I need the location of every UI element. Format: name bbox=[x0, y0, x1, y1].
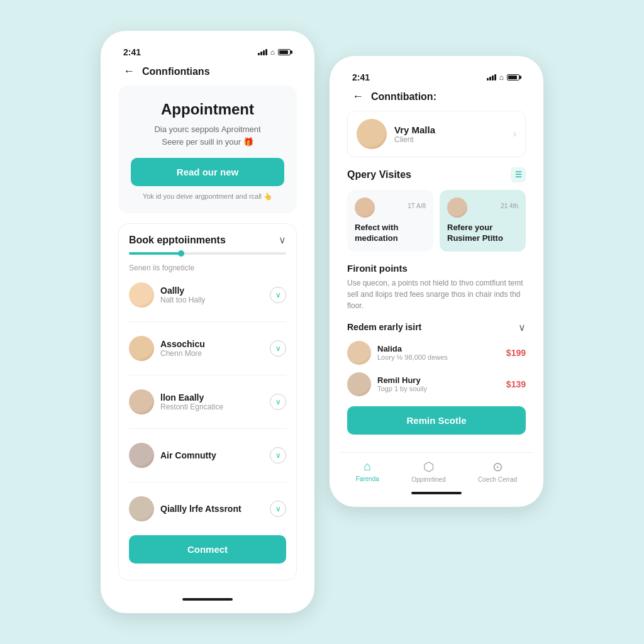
tab-coech-label: Coech Cerrad bbox=[478, 476, 517, 483]
redeem-title: Redem erarly isirt bbox=[347, 322, 421, 332]
progress-bar bbox=[129, 252, 286, 255]
reward-price: $139 bbox=[506, 379, 526, 389]
visit-date: 1T A/8 bbox=[408, 203, 426, 209]
tab-bar: ⌂ Farenda ⬡ Oppimrtined ⊙ Coech Cerrad bbox=[340, 452, 533, 487]
book-section: Book epptoiinments ∨ Senen iis fogneticl… bbox=[118, 223, 297, 580]
visit-label: Refect with medication bbox=[355, 223, 426, 244]
avatar bbox=[129, 282, 154, 308]
reward-price: $199 bbox=[506, 348, 526, 358]
person-list: Oallly Nalt too Hally ∨ Assochicu Chenn … bbox=[129, 279, 286, 525]
nav-title-left: Connfiontians bbox=[142, 66, 210, 77]
home-tab-icon: ⌂ bbox=[364, 459, 371, 474]
reward-avatar bbox=[347, 341, 371, 365]
left-phone: 2:41 ⌂ ← Connfiontians bbox=[101, 31, 314, 613]
visit-card-active[interactable]: 21 4th Refere your Rusimer Ptitto bbox=[440, 190, 526, 252]
list-item[interactable]: Air Comnutty ∨ bbox=[129, 439, 286, 472]
status-bar-left: 2:41 ⌂ bbox=[111, 41, 304, 61]
battery-icon-left bbox=[278, 49, 292, 55]
right-phone: 2:41 ⌂ ← Conntibation: bbox=[330, 56, 543, 507]
back-button-left[interactable]: ← bbox=[123, 65, 135, 78]
reward-item[interactable]: Remil Hury Togp 1 by souily $139 bbox=[347, 372, 526, 396]
home-indicator-right bbox=[411, 492, 462, 494]
visits-grid: 1T A/8 Refect with medication 21 4th Ref… bbox=[347, 190, 526, 252]
client-avatar bbox=[357, 119, 387, 149]
tab-farenda[interactable]: ⌂ Farenda bbox=[356, 459, 379, 482]
phones-container: 2:41 ⌂ ← Connfiontians bbox=[101, 31, 543, 613]
select-icon[interactable]: ∨ bbox=[270, 501, 286, 517]
back-button-right[interactable]: ← bbox=[352, 90, 364, 103]
nav-title-right: Conntibation: bbox=[371, 91, 436, 103]
redeem-button[interactable]: Remin Scotle bbox=[347, 406, 526, 435]
redeem-chevron-icon[interactable]: ∨ bbox=[518, 321, 526, 333]
avatar bbox=[129, 496, 154, 521]
list-item[interactable]: llon Eaally Restonti Egncatice ∨ bbox=[129, 386, 286, 418]
reward-item[interactable]: Nalida Loory ℅ 98,000 dewes $199 bbox=[347, 341, 526, 365]
connect-button[interactable]: Conmect bbox=[129, 535, 286, 564]
avatar bbox=[129, 336, 154, 361]
points-description: Use quecon, a points not hield to thvo c… bbox=[347, 277, 526, 311]
book-chevron-icon[interactable]: ∨ bbox=[279, 234, 286, 246]
wifi-icon-right: ⌂ bbox=[499, 73, 504, 82]
book-title: Book epptoiinments bbox=[129, 235, 226, 246]
select-icon[interactable]: ∨ bbox=[270, 287, 286, 303]
visit-avatar bbox=[355, 197, 375, 218]
list-item[interactable]: Assochicu Chenn More ∨ bbox=[129, 332, 286, 365]
status-bar-right: 2:41 ⌂ bbox=[340, 66, 533, 86]
visit-label: Refere your Rusimer Ptitto bbox=[447, 223, 518, 244]
reward-avatar bbox=[347, 372, 371, 396]
tab-oppimrtined[interactable]: ⬡ Oppimrtined bbox=[411, 459, 445, 483]
tab-coech-cerrad[interactable]: ⊙ Coech Cerrad bbox=[478, 459, 517, 483]
select-icon[interactable]: ∨ bbox=[270, 447, 286, 464]
client-card[interactable]: Vry Malla Client › bbox=[347, 111, 526, 157]
redeem-section: Redem erarly isirt ∨ Nalida Loory ℅ 98,0… bbox=[347, 321, 526, 435]
time-left: 2:41 bbox=[123, 47, 141, 57]
wifi-icon-left: ⌂ bbox=[270, 48, 275, 57]
read-new-button[interactable]: Read our new bbox=[131, 158, 284, 186]
avatar bbox=[129, 389, 154, 414]
appointment-note: Yok id you deive argpontment and rcall 👆 bbox=[131, 192, 284, 201]
package-tab-icon: ⬡ bbox=[423, 459, 434, 474]
list-item[interactable]: Qiallly lrfe Atssront ∨ bbox=[129, 492, 286, 525]
tab-oppimrtined-label: Oppimrtined bbox=[411, 476, 445, 483]
visit-date: 21 4th bbox=[501, 203, 518, 209]
appointment-title: Appointment bbox=[131, 101, 284, 118]
clock-tab-icon: ⊙ bbox=[492, 459, 503, 474]
section-label: Senen iis fogneticle bbox=[129, 264, 286, 272]
points-title: Fironit points bbox=[347, 263, 526, 274]
book-header: Book epptoiinments ∨ bbox=[129, 234, 286, 246]
signal-icon-right bbox=[487, 74, 496, 80]
appointment-subtitle: Dia yourc seppols Aproitment Seere per s… bbox=[131, 123, 284, 148]
home-indicator-left bbox=[182, 598, 233, 601]
nav-header-left: ← Connfiontians bbox=[111, 61, 304, 86]
signal-icon-left bbox=[258, 49, 267, 55]
visit-card[interactable]: 1T A/8 Refect with medication bbox=[347, 190, 433, 252]
status-icons-right: ⌂ bbox=[487, 73, 521, 82]
appointment-card: Appointment Dia yourc seppols Aproitment… bbox=[118, 86, 297, 213]
time-right: 2:41 bbox=[352, 72, 370, 82]
redeem-header: Redem erarly isirt ∨ bbox=[347, 321, 526, 333]
query-section-title: Qpery Visites ☰ bbox=[347, 167, 526, 182]
filter-icon[interactable]: ☰ bbox=[511, 167, 526, 182]
client-name: Vry Malla bbox=[394, 125, 506, 135]
list-item[interactable]: Oallly Nalt too Hally ∨ bbox=[129, 279, 286, 311]
visit-avatar bbox=[447, 197, 467, 218]
select-icon[interactable]: ∨ bbox=[270, 340, 286, 357]
client-chevron-icon[interactable]: › bbox=[513, 128, 516, 140]
battery-icon-right bbox=[507, 74, 521, 80]
tab-farenda-label: Farenda bbox=[356, 475, 379, 482]
client-label: Client bbox=[394, 135, 506, 144]
select-icon[interactable]: ∨ bbox=[270, 394, 286, 410]
nav-header-right: ← Conntibation: bbox=[340, 86, 533, 111]
avatar bbox=[129, 443, 154, 468]
points-section: Fironit points Use quecon, a points not … bbox=[347, 263, 526, 311]
status-icons-left: ⌂ bbox=[258, 48, 292, 57]
